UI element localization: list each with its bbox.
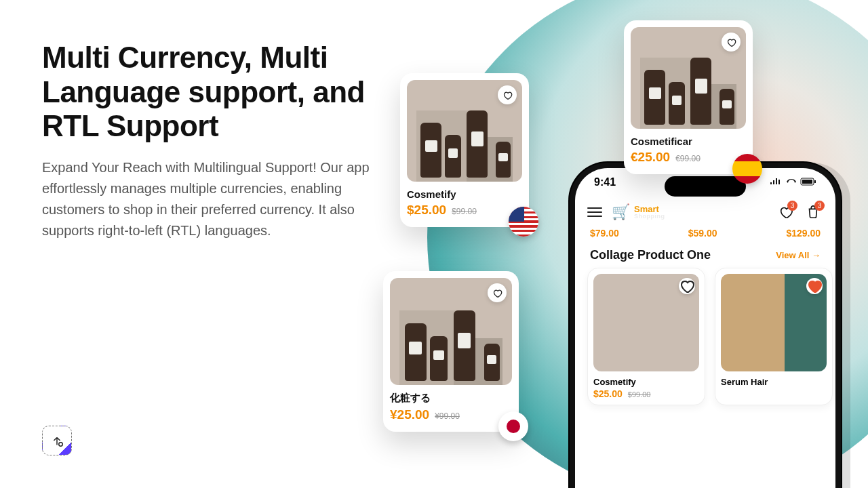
product-card[interactable]: Serum Hair: [715, 268, 833, 405]
product-oldprice: $99.00: [452, 207, 477, 216]
wishlist-button[interactable]: 3: [776, 202, 796, 222]
ticker-price: $129.00: [786, 228, 821, 239]
hero-headline: Multi Currency, Multi Language support, …: [42, 41, 374, 144]
product-title: 化粧する: [390, 392, 512, 405]
phone-mockup: 9:41 🛒 Smart Shopping 3 3 $79.00 $59.00 …: [570, 163, 841, 488]
brand-line2: Shopping: [634, 214, 665, 220]
product-card[interactable]: Cosmetify $25.00 $99.00: [587, 268, 705, 405]
product-title: Serum Hair: [721, 377, 827, 387]
ticker-price: $59.00: [688, 228, 717, 239]
flag-us-icon: [509, 207, 538, 237]
product-carousel[interactable]: Cosmetify $25.00 $99.00 Serum Hair: [575, 268, 835, 405]
cart-badge: 3: [814, 201, 825, 211]
product-price: $25.00: [407, 203, 446, 218]
hero-body: Expand Your Reach with Multilingual Supp…: [42, 157, 374, 241]
svg-rect-1: [802, 180, 812, 184]
product-card-us[interactable]: Cosmetify $25.00 $99.00: [400, 73, 529, 227]
cart-button[interactable]: 3: [803, 202, 823, 222]
product-price: $25.00: [593, 388, 623, 399]
status-icons: [770, 176, 816, 188]
product-title: Cosmetify: [593, 377, 699, 387]
status-time: 9:41: [594, 176, 616, 188]
brand-logo[interactable]: 🛒 Smart Shopping: [612, 203, 665, 221]
product-image: [721, 274, 827, 371]
product-image: [593, 274, 699, 371]
section-header: Collage Product One View All →: [575, 239, 835, 268]
wishlist-icon[interactable]: [488, 283, 507, 302]
product-oldprice: ¥99.00: [435, 411, 460, 421]
wishlist-icon[interactable]: [498, 85, 517, 104]
product-price: €25.00: [631, 150, 670, 165]
hero-text-block: Multi Currency, Multi Language support, …: [42, 41, 374, 241]
menu-button[interactable]: [587, 207, 602, 218]
wishlist-icon[interactable]: [722, 33, 741, 52]
svg-rect-2: [814, 180, 816, 183]
product-title: Cosmetificar: [631, 136, 746, 147]
price-ticker-row: $79.00 $59.00 $129.00: [575, 225, 835, 239]
product-image: [407, 80, 522, 182]
app-logo-icon: [42, 426, 72, 455]
section-title: Collage Product One: [590, 248, 711, 262]
ticker-price: $79.00: [590, 228, 619, 239]
view-all-link[interactable]: View All →: [776, 250, 821, 260]
product-title: Cosmetify: [407, 188, 522, 200]
product-image: [631, 27, 746, 129]
product-oldprice: €99.00: [675, 154, 701, 163]
app-header: 🛒 Smart Shopping 3 3: [575, 197, 835, 225]
wishlist-icon-active[interactable]: [806, 278, 823, 294]
cart-icon: 🛒: [612, 203, 630, 221]
product-card-jp[interactable]: 化粧する ¥25.00 ¥99.00: [383, 271, 519, 432]
flag-es-icon: [732, 154, 762, 184]
wishlist-icon[interactable]: [679, 278, 695, 294]
product-image: [390, 278, 512, 385]
dynamic-island: [665, 176, 746, 197]
wishlist-badge: 3: [787, 201, 797, 211]
product-oldprice: $99.00: [628, 390, 651, 399]
product-card-es[interactable]: Cosmetificar €25.00 €99.00: [624, 20, 753, 174]
product-price: ¥25.00: [390, 407, 429, 422]
svg-point-3: [59, 443, 63, 447]
